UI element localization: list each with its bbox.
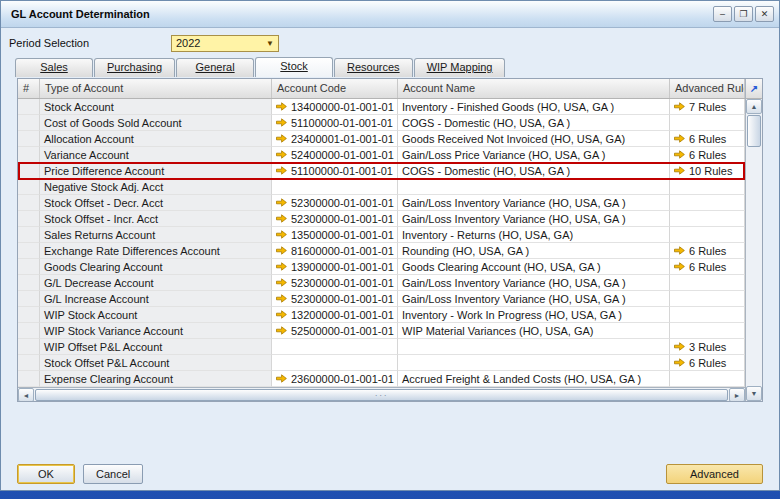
account-name-cell: Inventory - Finished Goods (HO, USA, GA … bbox=[398, 99, 670, 115]
period-selection-dropdown[interactable]: 2022 ▼ bbox=[171, 35, 279, 52]
link-arrow-icon[interactable] bbox=[276, 310, 287, 319]
account-code-cell[interactable]: 23400001-01-001-01 bbox=[272, 131, 398, 147]
account-name-cell: Rounding (HO, USA, GA ) bbox=[398, 243, 670, 259]
account-code-cell[interactable]: 51100000-01-001-01 bbox=[272, 115, 398, 131]
table-row[interactable]: Stock Offset - Decr. Acct52300000-01-001… bbox=[18, 195, 745, 211]
link-arrow-icon[interactable] bbox=[276, 198, 287, 207]
link-arrow-icon[interactable] bbox=[674, 358, 685, 367]
account-type-cell: Expense Clearing Account bbox=[40, 371, 272, 387]
gl-account-determination-window: GL Account Determination – ❐ ✕ Period Se… bbox=[0, 0, 780, 491]
advanced-rules-cell[interactable]: 6 Rules bbox=[670, 243, 745, 259]
advanced-rules-cell[interactable]: 10 Rules bbox=[670, 163, 745, 179]
link-arrow-icon[interactable] bbox=[276, 118, 287, 127]
table-row[interactable]: Negative Stock Adj. Acct bbox=[18, 179, 745, 195]
account-code-cell[interactable]: 52300000-01-001-01 bbox=[272, 275, 398, 291]
advanced-rules-cell[interactable]: 6 Rules bbox=[670, 355, 745, 371]
cancel-button[interactable]: Cancel bbox=[83, 464, 143, 484]
account-code-cell[interactable]: 52300000-01-001-01 bbox=[272, 291, 398, 307]
scroll-left-icon[interactable]: ◄ bbox=[18, 388, 34, 401]
account-code-cell[interactable]: 52300000-01-001-01 bbox=[272, 195, 398, 211]
scroll-up-icon[interactable]: ▲ bbox=[746, 99, 762, 114]
scroll-down-icon[interactable]: ▼ bbox=[746, 386, 762, 401]
link-arrow-icon[interactable] bbox=[674, 246, 685, 255]
row-number-cell bbox=[18, 355, 40, 371]
tab-resources[interactable]: Resources bbox=[334, 58, 413, 77]
link-arrow-icon[interactable] bbox=[276, 326, 287, 335]
table-row[interactable]: Cost of Goods Sold Account51100000-01-00… bbox=[18, 115, 745, 131]
link-arrow-icon[interactable] bbox=[276, 102, 287, 111]
maximize-icon[interactable]: ❐ bbox=[734, 6, 753, 22]
ok-button[interactable]: OK bbox=[17, 464, 75, 484]
advanced-rules-cell bbox=[670, 307, 745, 323]
table-row[interactable]: G/L Decrease Account52300000-01-001-01Ga… bbox=[18, 275, 745, 291]
table-row[interactable]: Price Difference Account51100000-01-001-… bbox=[18, 163, 745, 179]
link-arrow-icon[interactable] bbox=[276, 166, 287, 175]
link-arrow-icon[interactable] bbox=[276, 246, 287, 255]
table-row[interactable]: Exchange Rate Differences Account8160000… bbox=[18, 243, 745, 259]
link-arrow-icon[interactable] bbox=[276, 294, 287, 303]
table-row[interactable]: G/L Increase Account52300000-01-001-01Ga… bbox=[18, 291, 745, 307]
scroll-right-icon[interactable]: ► bbox=[729, 388, 745, 401]
link-arrow-icon[interactable] bbox=[674, 262, 685, 271]
tab-purchasing[interactable]: Purchasing bbox=[94, 58, 175, 77]
tab-stock[interactable]: Stock bbox=[255, 57, 333, 77]
link-arrow-icon[interactable] bbox=[674, 102, 685, 111]
account-code-cell[interactable]: 52300000-01-001-01 bbox=[272, 211, 398, 227]
link-arrow-icon[interactable] bbox=[674, 166, 685, 175]
account-code-cell[interactable]: 52400000-01-001-01 bbox=[272, 147, 398, 163]
link-arrow-icon[interactable] bbox=[276, 150, 287, 159]
account-code-cell[interactable]: 81600000-01-001-01 bbox=[272, 243, 398, 259]
account-type-cell: G/L Increase Account bbox=[40, 291, 272, 307]
link-arrow-icon[interactable] bbox=[674, 342, 685, 351]
table-row[interactable]: Sales Returns Account13500000-01-001-01I… bbox=[18, 227, 745, 243]
tab-wip-mapping[interactable]: WIP Mapping bbox=[414, 58, 506, 77]
link-arrow-icon[interactable] bbox=[276, 278, 287, 287]
table-row[interactable]: Variance Account52400000-01-001-01Gain/L… bbox=[18, 147, 745, 163]
vertical-scrollbar-track[interactable] bbox=[746, 148, 762, 386]
tab-general[interactable]: General bbox=[176, 58, 254, 77]
close-icon[interactable]: ✕ bbox=[755, 6, 774, 22]
advanced-rules-cell[interactable]: 6 Rules bbox=[670, 147, 745, 163]
minimize-icon[interactable]: – bbox=[713, 6, 732, 22]
horizontal-scrollbar-thumb[interactable]: ∙∙∙ bbox=[35, 389, 728, 401]
table-row[interactable]: WIP Offset P&L Account3 Rules bbox=[18, 339, 745, 355]
table-row[interactable]: Stock Offset - Incr. Acct52300000-01-001… bbox=[18, 211, 745, 227]
link-arrow-icon[interactable] bbox=[276, 134, 287, 143]
expand-table-icon[interactable]: ↗ bbox=[746, 79, 762, 99]
table-row[interactable]: Expense Clearing Account23600000-01-001-… bbox=[18, 371, 745, 387]
table-row[interactable]: Allocation Account23400001-01-001-01Good… bbox=[18, 131, 745, 147]
link-arrow-icon[interactable] bbox=[276, 230, 287, 239]
link-arrow-icon[interactable] bbox=[674, 134, 685, 143]
link-arrow-icon[interactable] bbox=[276, 214, 287, 223]
tab-sales[interactable]: Sales bbox=[15, 58, 93, 77]
column-header-account-code: Account Code bbox=[272, 79, 398, 98]
account-code-cell[interactable]: 13400000-01-001-01 bbox=[272, 99, 398, 115]
account-code-cell[interactable]: 23600000-01-001-01 bbox=[272, 371, 398, 387]
horizontal-scrollbar[interactable]: ◄ ∙∙∙ ► bbox=[18, 387, 745, 401]
vertical-scrollbar-thumb[interactable] bbox=[747, 115, 761, 147]
account-code-cell[interactable]: 13500000-01-001-01 bbox=[272, 227, 398, 243]
account-code-cell[interactable]: 13900000-01-001-01 bbox=[272, 259, 398, 275]
link-arrow-icon[interactable] bbox=[674, 150, 685, 159]
table-row[interactable]: WIP Stock Variance Account52500000-01-00… bbox=[18, 323, 745, 339]
advanced-button[interactable]: Advanced bbox=[666, 464, 763, 484]
account-code-cell[interactable]: 52500000-01-001-01 bbox=[272, 323, 398, 339]
tab-bar: SalesPurchasingGeneralStockResourcesWIP … bbox=[1, 54, 779, 78]
window-titlebar[interactable]: GL Account Determination – ❐ ✕ bbox=[1, 1, 779, 28]
table-row[interactable]: Stock Offset P&L Account6 Rules bbox=[18, 355, 745, 371]
table-row[interactable]: WIP Stock Account13200000-01-001-01Inven… bbox=[18, 307, 745, 323]
account-name-cell bbox=[398, 355, 670, 371]
account-code-cell[interactable]: 13200000-01-001-01 bbox=[272, 307, 398, 323]
link-arrow-icon[interactable] bbox=[276, 262, 287, 271]
advanced-rules-cell[interactable]: 3 Rules bbox=[670, 339, 745, 355]
account-code-cell[interactable]: 51100000-01-001-01 bbox=[272, 163, 398, 179]
advanced-rules-cell[interactable]: 6 Rules bbox=[670, 131, 745, 147]
link-arrow-icon[interactable] bbox=[276, 374, 287, 383]
table-row[interactable]: Stock Account13400000-01-001-01Inventory… bbox=[18, 99, 745, 115]
table-row[interactable]: Goods Clearing Account13900000-01-001-01… bbox=[18, 259, 745, 275]
advanced-rules-cell[interactable]: 6 Rules bbox=[670, 259, 745, 275]
account-type-cell: Price Difference Account bbox=[40, 163, 272, 179]
vertical-scrollbar[interactable]: ▲ ▼ bbox=[746, 99, 762, 401]
advanced-rules-cell[interactable]: 7 Rules bbox=[670, 99, 745, 115]
account-type-cell: Allocation Account bbox=[40, 131, 272, 147]
